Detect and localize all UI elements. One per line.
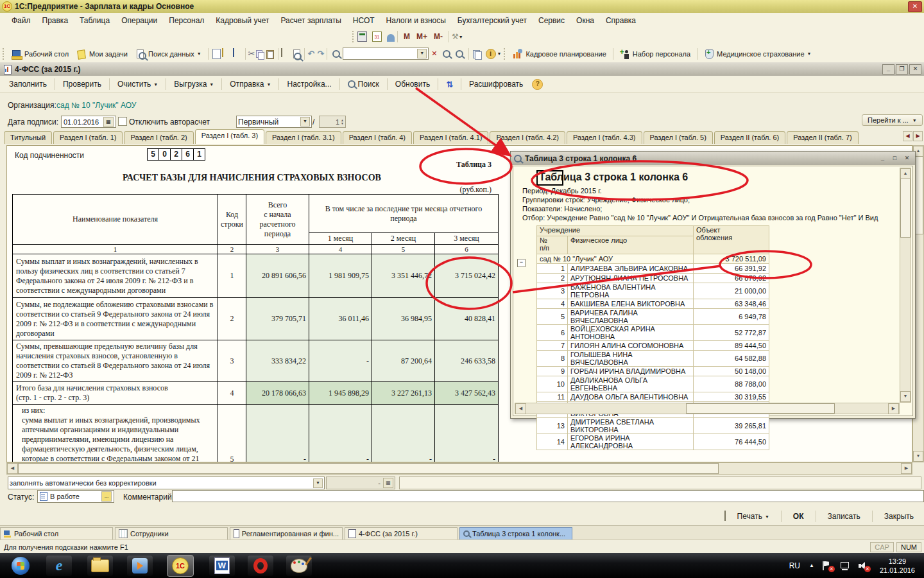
search-dropdown-arrow[interactable]: ▼	[417, 49, 427, 58]
mdi-tab-drilldown[interactable]: Таблица 3 строка 1 колонк...	[459, 527, 572, 540]
recruiting-button[interactable]: + Набор персонала	[616, 48, 694, 60]
row2-m2[interactable]: 36 984,95	[372, 298, 434, 340]
ok-button[interactable]: ОК	[788, 510, 809, 523]
desktop-button[interactable]: Рабочий стол	[8, 48, 73, 60]
menu-operations[interactable]: Операции	[116, 14, 162, 27]
menu-table[interactable]: Таблица	[74, 14, 115, 27]
mdi-tab-regulated-reporting[interactable]: Регламентированная и фин...	[230, 527, 343, 540]
row4-m2[interactable]: 3 227 261,13	[372, 382, 434, 405]
zoom-out-icon[interactable]	[456, 50, 463, 58]
print-icon[interactable]	[281, 49, 291, 59]
tab-section1-t1[interactable]: Раздел I (табл. 1)	[53, 131, 123, 144]
copy-pages-icon[interactable]	[472, 49, 482, 59]
row3-total[interactable]: 333 834,22	[246, 340, 309, 382]
calendar-icon[interactable]: 31	[372, 31, 382, 42]
fss-close-button[interactable]: ✕	[909, 64, 921, 74]
paste-icon[interactable]	[265, 49, 275, 59]
new-document-icon[interactable]	[212, 49, 221, 59]
opera-button[interactable]	[248, 556, 273, 576]
person-row[interactable]: 2АРУТЮНЯН ЛИАНА ПЕТРОСОВНА66 870,92	[537, 274, 769, 283]
back-icon[interactable]: ↶	[307, 49, 314, 58]
tray-expand-icon[interactable]: ▲	[809, 563, 814, 568]
row2-name[interactable]: Суммы, не подлежащие обложению страховым…	[13, 298, 218, 340]
open-icon[interactable]	[222, 49, 232, 59]
status-field[interactable]: В работе ...	[37, 490, 114, 503]
volume-icon[interactable]: ✕	[858, 561, 868, 570]
row3-m3[interactable]: 246 633,58	[434, 340, 498, 382]
row2-m1[interactable]: 36 011,46	[309, 298, 372, 340]
language-indicator[interactable]: RU	[789, 561, 800, 570]
row3-code[interactable]: 3	[218, 340, 246, 382]
search-button[interactable]: Поиск	[343, 78, 384, 91]
person-row[interactable]: 6ВОЙЦЕХОВСКАЯ АРИНА АНТОНОВНА52 772,87	[537, 325, 769, 341]
person-row[interactable]: 8ГОЛЫШЕВА НИНА ВЯЧЕСЛАВОВНА64 582,88	[537, 351, 769, 367]
date-calendar-icon[interactable]: ▦	[103, 117, 114, 127]
menu-windows[interactable]: Окна	[571, 14, 599, 27]
mdi-tab-desktop[interactable]: Рабочий стол	[0, 527, 113, 540]
paint-app-button[interactable]	[286, 556, 312, 576]
row5-m3[interactable]: -	[434, 405, 498, 463]
status-more-button[interactable]: ...	[101, 491, 112, 502]
tab-section2-t7[interactable]: Раздел II (табл. 7)	[787, 131, 858, 144]
file-explorer-button[interactable]	[87, 556, 113, 576]
tab-section1-t4[interactable]: Раздел I (табл. 4)	[343, 131, 412, 144]
tab-section1-t2[interactable]: Раздел I (табл. 2)	[124, 131, 193, 144]
row4-code[interactable]: 4	[218, 382, 246, 405]
drilldown-minimize-button[interactable]: _	[877, 154, 888, 163]
person-row[interactable]: 11ДАУДОВА ОЛЬГА ВАЛЕНТИНОВНА30 319,55	[537, 392, 769, 402]
person-row[interactable]: 5ВАРИЧЕВА ГАЛИНА ВЯЧЕСЛАВОВНА6 949,78	[537, 309, 769, 325]
zoom-in-icon[interactable]	[443, 50, 450, 58]
fill-button[interactable]: Заполнить	[4, 78, 52, 91]
row1-name[interactable]: Суммы выплат и иных вознаграждений, начи…	[13, 254, 218, 298]
person-row[interactable]: 7ГИЛОЯН АЛИНА СОГОМОНОВНА89 444,50	[537, 341, 769, 351]
person-row[interactable]: 14ЕГОРОВА ИРИНА АЛЕКСАНДРОВНА76 444,50	[537, 434, 769, 450]
menu-hr-accounting[interactable]: Кадровый учет	[210, 14, 274, 27]
med-insurance-button[interactable]: + Медицинское страхование ▼	[700, 48, 815, 60]
group-expander-icon[interactable]: −	[517, 259, 526, 267]
row5-code[interactable]: 5	[218, 405, 246, 463]
row1-total[interactable]: 20 891 606,56	[246, 254, 309, 298]
my-tasks-button[interactable]: Мои задачи	[73, 48, 132, 60]
menu-service[interactable]: Сервис	[533, 14, 570, 27]
app-close-button[interactable]: ✕	[908, 1, 922, 12]
memory-m-button[interactable]: M	[400, 32, 413, 41]
upload-button[interactable]: Выгрузка▼	[169, 78, 219, 91]
start-button[interactable]	[8, 556, 33, 576]
person-row[interactable]: 13ДМИТРИЕВА СВЕТЛАНА ВИКТОРОВНА39 265,81	[537, 418, 769, 434]
internet-explorer-button[interactable]: e	[46, 556, 72, 576]
drilldown-maximize-button[interactable]: □	[889, 154, 900, 163]
print-button[interactable]: Печать▼	[719, 509, 774, 523]
menu-nsot[interactable]: НСОТ	[348, 14, 380, 27]
fss-restore-button[interactable]: ❐	[896, 64, 908, 74]
media-player-button[interactable]	[127, 556, 153, 576]
row4-m3[interactable]: 3 427 562,43	[434, 382, 498, 405]
tab-section1-t4-1[interactable]: Раздел I (табл. 4.1)	[413, 131, 489, 144]
mdi-tab-fss[interactable]: 4-ФСС (за 2015 г.)	[345, 527, 458, 540]
goto-button[interactable]: Перейти к ... ▼	[862, 114, 923, 126]
mdi-tab-employees[interactable]: Сотрудники	[115, 527, 228, 540]
row5-name[interactable]: из них: сумма выплат и иных вознагражден…	[13, 405, 218, 463]
fss-minimize-button[interactable]: _	[882, 64, 894, 74]
person-row[interactable]: 1АЛИРЗАЕВА ЭЛЬВИРА ИСАКОВНА66 391,92	[537, 264, 769, 274]
forward-icon[interactable]: ↷	[317, 49, 324, 58]
word-button[interactable]: W	[209, 556, 235, 576]
tab-section2-t6[interactable]: Раздел II (табл. 6)	[714, 131, 785, 144]
subordination-code[interactable]: 50261	[147, 148, 205, 161]
drilldown-vscrollbar[interactable]: ▲ ▼	[900, 168, 911, 403]
tab-section1-t4-3[interactable]: Раздел I (табл. 4.3)	[567, 131, 642, 144]
tab-scroll-left-icon[interactable]: ◀	[903, 131, 912, 141]
tab-section1-t3-1[interactable]: Раздел I (табл. 3.1)	[266, 131, 341, 144]
row5-total[interactable]: -	[246, 405, 309, 463]
row4-total[interactable]: 20 178 066,63	[246, 382, 309, 405]
fill-mode-dropdown-arrow[interactable]: ▼	[313, 478, 323, 488]
menu-help[interactable]: Справка	[601, 14, 641, 27]
refresh-button[interactable]: Обновить	[390, 78, 435, 91]
menu-accounting[interactable]: Бухгалтерский учет	[452, 14, 532, 27]
clear-button[interactable]: Очистить▼	[112, 78, 163, 91]
sort-button[interactable]: ⇅	[441, 78, 458, 91]
extra-field[interactable]	[399, 477, 921, 489]
tab-scroll-right-icon[interactable]: ▶	[913, 131, 923, 141]
cut-icon[interactable]: ✂	[248, 49, 255, 58]
drilldown-close-button[interactable]: ✕	[902, 154, 912, 163]
calculator-icon[interactable]	[357, 31, 367, 42]
